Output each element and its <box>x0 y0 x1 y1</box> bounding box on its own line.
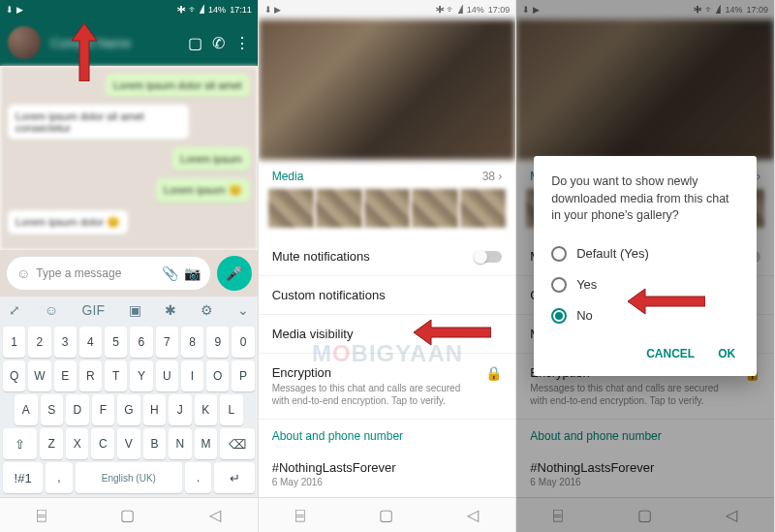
key-x[interactable]: X <box>66 428 89 459</box>
kb-expand-icon[interactable]: ⤢ <box>9 302 20 318</box>
mute-notifications-row[interactable]: Mute notifications <box>259 237 516 276</box>
key-symbols[interactable]: !#1 <box>3 462 43 493</box>
contact-info-scroll[interactable]: Media 38 › Mute notifications Custom not… <box>259 160 516 497</box>
panel-contact-info: ⬇ ▶ ✱ ᯤ ◢ 14% 17:09 Media 38 › Mute noti… <box>259 0 517 532</box>
status-signal-icons: ✱ ᯤ ◢ <box>177 5 204 15</box>
nav-back-icon[interactable]: ◁ <box>209 506 221 524</box>
about-row[interactable]: #NothingLastsForever 6 May 2016 <box>259 449 516 497</box>
key-m[interactable]: M <box>195 428 218 459</box>
radio-no[interactable]: No <box>551 300 739 331</box>
key-d[interactable]: D <box>66 394 89 425</box>
camera-icon[interactable]: 📷 <box>184 266 201 281</box>
kb-gif-icon[interactable]: GIF <box>82 302 105 318</box>
key-r[interactable]: R <box>79 360 102 391</box>
nav-home-icon[interactable]: ▢ <box>120 506 135 524</box>
kb-chevron-down-icon[interactable]: ⌄ <box>237 302 249 318</box>
key-f[interactable]: F <box>92 394 115 425</box>
media-count: 38 › <box>482 170 503 183</box>
contact-hero-image[interactable] <box>259 19 516 160</box>
key-g[interactable]: G <box>117 394 140 425</box>
key-8[interactable]: 8 <box>181 327 203 358</box>
media-thumb[interactable] <box>412 189 458 228</box>
key-enter[interactable]: ↵ <box>214 462 254 493</box>
attach-icon[interactable]: 📎 <box>162 266 178 281</box>
cancel-button[interactable]: CANCEL <box>642 341 698 366</box>
key-z[interactable]: Z <box>40 428 63 459</box>
ok-button[interactable]: OK <box>714 341 739 366</box>
key-k[interactable]: K <box>195 394 218 425</box>
key-shift[interactable]: ⇧ <box>3 428 37 459</box>
key-3[interactable]: 3 <box>54 327 77 358</box>
radio-icon[interactable] <box>551 277 567 293</box>
key-u[interactable]: U <box>156 360 178 391</box>
media-thumbnails[interactable] <box>259 189 516 237</box>
key-w[interactable]: W <box>28 360 50 391</box>
nav-recent-icon[interactable]: ⌸ <box>37 507 46 524</box>
chat-header[interactable]: Contact Name ▢ ✆ ⋮ <box>0 19 258 66</box>
keyboard-toolbar: ⤢ ☺ GIF ▣ ✱ ⚙ ⌄ <box>3 300 255 324</box>
mute-toggle[interactable] <box>475 251 502 263</box>
radio-yes[interactable]: Yes <box>551 269 739 300</box>
key-space[interactable]: English (UK) <box>76 462 182 493</box>
mic-button[interactable]: 🎤 <box>217 256 252 291</box>
contact-name[interactable]: Contact Name <box>50 36 178 50</box>
avatar[interactable] <box>8 26 41 59</box>
media-thumb[interactable] <box>460 189 507 228</box>
emoji-icon[interactable]: ☺ <box>16 266 30 281</box>
voice-call-icon[interactable]: ✆ <box>212 34 225 52</box>
key-y[interactable]: Y <box>130 360 152 391</box>
key-o[interactable]: O <box>206 360 229 391</box>
nav-back-icon[interactable]: ◁ <box>467 506 479 524</box>
key-b[interactable]: B <box>143 428 167 459</box>
key-5[interactable]: 5 <box>105 327 127 358</box>
key-6[interactable]: 6 <box>130 327 152 358</box>
kb-emoji-icon[interactable]: ☺ <box>45 302 58 318</box>
key-period[interactable]: . <box>185 462 212 493</box>
media-thumb[interactable] <box>364 189 411 228</box>
radio-icon-checked[interactable] <box>551 308 567 324</box>
key-backspace[interactable]: ⌫ <box>220 428 254 459</box>
key-a[interactable]: A <box>15 394 38 425</box>
radio-icon[interactable] <box>551 246 567 262</box>
key-q[interactable]: Q <box>3 360 25 391</box>
nav-bar: ⌸ ▢ ◁ <box>259 497 516 532</box>
key-h[interactable]: H <box>143 394 167 425</box>
key-i[interactable]: I <box>181 360 203 391</box>
radio-default[interactable]: Default (Yes) <box>551 238 739 269</box>
key-v[interactable]: V <box>117 428 140 459</box>
kb-gear-icon[interactable]: ⚙ <box>201 302 213 318</box>
key-j[interactable]: J <box>169 394 192 425</box>
key-t[interactable]: T <box>105 360 127 391</box>
nav-home-icon[interactable]: ▢ <box>379 506 393 524</box>
key-9[interactable]: 9 <box>206 327 229 358</box>
custom-notifications-row[interactable]: Custom notifications <box>259 276 516 315</box>
key-comma[interactable]: , <box>46 462 73 493</box>
kb-sticker-icon[interactable]: ▣ <box>129 302 141 318</box>
dialog-scrim[interactable]: Do you want to show newly downloaded med… <box>516 0 774 532</box>
key-1[interactable]: 1 <box>3 327 25 358</box>
media-visibility-row[interactable]: Media visibility <box>259 315 516 354</box>
key-2[interactable]: 2 <box>28 327 50 358</box>
video-call-icon[interactable]: ▢ <box>188 34 202 52</box>
key-s[interactable]: S <box>41 394 64 425</box>
about-header: About and phone number <box>259 420 516 449</box>
message-in: Lorem ipsum dolor sit amet consectetur <box>8 105 189 140</box>
nav-recent-icon[interactable]: ⌸ <box>295 507 305 524</box>
media-section-header[interactable]: Media 38 › <box>259 160 516 189</box>
more-icon[interactable]: ⋮ <box>234 34 250 52</box>
media-thumb[interactable] <box>316 189 362 228</box>
media-thumb[interactable] <box>268 189 315 228</box>
key-l[interactable]: L <box>220 394 243 425</box>
key-n[interactable]: N <box>169 428 192 459</box>
key-7[interactable]: 7 <box>156 327 178 358</box>
encryption-row[interactable]: Encryption Messages to this chat and cal… <box>259 354 516 420</box>
key-4[interactable]: 4 <box>79 327 102 358</box>
key-p[interactable]: P <box>232 360 254 391</box>
chat-messages[interactable]: Lorem ipsum dolor sit amet Lorem ipsum d… <box>0 66 258 250</box>
key-e[interactable]: E <box>54 360 77 391</box>
key-0[interactable]: 0 <box>232 327 254 358</box>
key-c[interactable]: C <box>91 428 114 459</box>
kb-clip-icon[interactable]: ✱ <box>165 302 176 318</box>
about-date: 6 May 2016 <box>272 477 396 487</box>
message-input[interactable]: ☺ Type a message 📎 📷 <box>6 256 211 291</box>
